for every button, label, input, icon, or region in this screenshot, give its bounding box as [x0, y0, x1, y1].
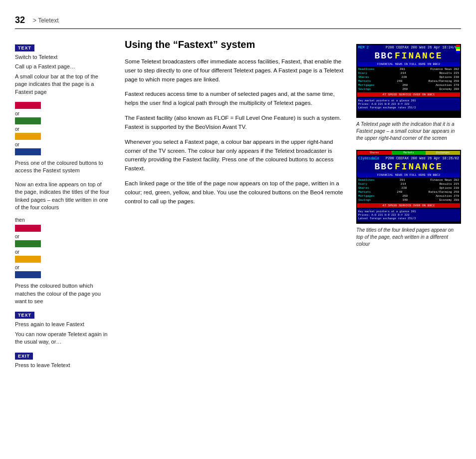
tt-title: BBC FINANCE — [357, 50, 460, 62]
screenshot-2-caption: The titles of the four linked pages appe… — [356, 227, 461, 248]
press-match-text: Press the coloured button which matches … — [15, 282, 110, 305]
step1-text3: A small colour bar at the top of the pag… — [15, 73, 110, 96]
main-layout: TEXT Switch to Teletext Call up a Fastex… — [15, 39, 461, 375]
tt-content-2: Headlines201Finance News 202 Diary214Res… — [357, 177, 460, 203]
color-row-red2 — [15, 225, 110, 233]
tt-blue-bar-2: FINANCIAL NEWS IN FULL HERE ON BBC2 — [357, 173, 460, 177]
tt-content: Headlines201Finance News 202 Diary214Res… — [357, 66, 460, 92]
sidebar: TEXT Switch to Teletext Call up a Fastex… — [15, 39, 115, 375]
yellow-bar-2 — [15, 256, 41, 263]
paragraph-1: Some Teletext broadcasters offer immedia… — [125, 57, 346, 84]
page-header: 32 > Teletext — [15, 15, 461, 29]
then-label: then — [15, 217, 110, 223]
color-row-blue2 — [15, 271, 110, 279]
color-row-green2 — [15, 240, 110, 248]
tt-speed-bar-2: AT SPEED SERVICE OVER ON BBC1 — [357, 203, 460, 208]
sidebar-section-colors2: then or or or Press the coloured button … — [15, 217, 110, 305]
blue-bar-2 — [15, 271, 41, 278]
text-button-2[interactable]: TEXT — [15, 312, 34, 319]
press-leave-text: Press to leave Teletext — [15, 362, 110, 369]
tt-blue-bar: FINANCIAL NEWS IN FULL HERE ON BBC2 — [357, 62, 460, 66]
teletext-screen-1: MEM 2 P200 CEEFAX 200 Wed 26 Apr 18:24/0… — [356, 44, 461, 118]
or-label-1: or — [15, 111, 110, 116]
or-label-4: or — [15, 234, 110, 239]
tt-speed-bar: AT SPEED SERVICE OVER ON BBC1 — [357, 92, 460, 97]
tt-top-colors: Shares Markets Exchanges — [357, 151, 460, 155]
main-content: Using the “Fastext” system Some Teletext… — [115, 39, 356, 375]
paragraph-5: Each linked page or the title of the pag… — [125, 179, 346, 206]
text-button[interactable]: TEXT — [15, 44, 34, 51]
tt-header: MEM 2 P200 CEEFAX 200 Wed 26 Apr 18:24/0… — [357, 45, 460, 50]
press-colored-label: Press one of the coloured buttons to acc… — [15, 159, 110, 175]
tt-header-2: Clydesdale P200 CEEFAX 200 Wed 26 Apr 18… — [357, 156, 460, 161]
color-row-blue1 — [15, 148, 110, 156]
color-row-green1 — [15, 117, 110, 125]
color-row-red1 — [15, 102, 110, 110]
or-label-6: or — [15, 265, 110, 270]
sidebar-section-extra: Now an extra line appears on top of the … — [15, 181, 110, 212]
section-title: Using the “Fastext” system — [125, 39, 346, 50]
press-again-text: Press again to leave Fastext — [15, 321, 110, 328]
sidebar-section-exit: EXIT Press to leave Teletext — [15, 352, 110, 369]
or-label-3: or — [15, 142, 110, 147]
sidebar-section-colors1: or or or Press one of the coloured butto… — [15, 102, 110, 175]
extra-line-text: Now an extra line appears on top of the … — [15, 181, 110, 212]
paragraph-3: The Fastext facility (also known as FLOF… — [125, 114, 346, 132]
red-bar-2 — [15, 225, 41, 232]
paragraph-4: Whenever you select a Fastext page, a co… — [125, 138, 346, 173]
tt-bottom-2: Key market pointers at a glance 201 Pric… — [357, 209, 460, 221]
breadcrumb: > Teletext — [33, 17, 58, 24]
blue-bar-1 — [15, 148, 41, 155]
screenshot-1: MEM 2 P200 CEEFAX 200 Wed 26 Apr 18:24/0… — [356, 44, 461, 142]
teletext-screen-2: Shares Markets Exchanges Clydesdale P200… — [356, 150, 461, 224]
page-number: 32 — [15, 15, 25, 25]
tt-bottom: Key market pointers at a glance 201 Pric… — [357, 98, 460, 110]
tt-title-2: BBC FINANCE — [357, 161, 460, 173]
step1-text2: Call up a Fastext page… — [15, 63, 110, 70]
or-label-2: or — [15, 126, 110, 132]
screenshot-1-caption: A Teletext page with the indication that… — [356, 121, 461, 142]
step1-text1: Switch to Teletext — [15, 53, 110, 61]
or-label-5: or — [15, 249, 110, 255]
color-row-yellow2 — [15, 256, 110, 264]
color-indicator — [456, 45, 460, 53]
sidebar-section-1: TEXT Switch to Teletext Call up a Fastex… — [15, 44, 110, 96]
screenshot-2: Shares Markets Exchanges Clydesdale P200… — [356, 150, 461, 248]
exit-button[interactable]: EXIT — [15, 353, 33, 360]
paragraph-2: Fastext reduces access time to a number … — [125, 90, 346, 108]
yellow-bar-1 — [15, 133, 41, 140]
red-bar-1 — [15, 102, 41, 109]
color-row-yellow1 — [15, 133, 110, 141]
screenshots-panel: MEM 2 P200 CEEFAX 200 Wed 26 Apr 18:24/0… — [356, 39, 461, 375]
sidebar-section-text2: TEXT Press again to leave Fastext You ca… — [15, 311, 110, 346]
green-bar-1 — [15, 117, 41, 124]
page-container: 32 > Teletext TEXT Switch to Teletext Ca… — [0, 0, 476, 459]
green-bar-2 — [15, 240, 41, 247]
operate-text: You can now operate Teletext again in th… — [15, 331, 110, 346]
